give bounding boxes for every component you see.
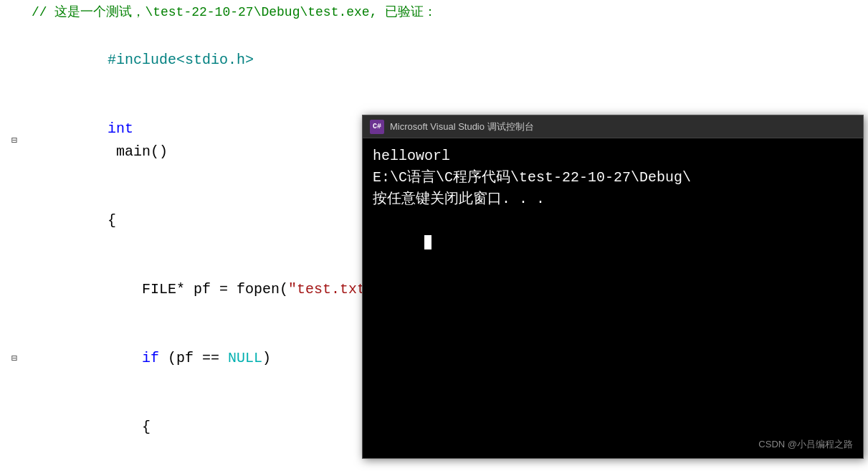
top-comment: // 这是一个测试，\test-22-10-27\Debug\test.exe,… <box>0 0 868 22</box>
keyword-if: if <box>142 350 159 366</box>
indent <box>108 419 142 435</box>
line-content: #include<stdio.h> <box>32 26 868 95</box>
console-output-2: E:\C语言\C程序代码\test-22-10-27\Debug\ <box>373 167 853 189</box>
code-text: ) <box>262 350 271 366</box>
vs-icon-text: C# <box>373 123 381 130</box>
console-body: helloworl E:\C语言\C程序代码\test-22-10-27\Deb… <box>363 138 863 458</box>
null-keyword: NULL <box>228 350 262 366</box>
console-cursor <box>424 235 431 249</box>
func-name: main() <box>108 143 168 160</box>
brace: { <box>108 212 116 229</box>
code-text: FILE* pf = fopen( <box>108 281 288 298</box>
console-footer: CSDN @小吕编程之路 <box>758 438 853 451</box>
preprocessor: #include<stdio.h> <box>108 52 254 68</box>
console-output-3: 按任意键关闭此窗口. . . <box>373 189 853 210</box>
console-titlebar: C# Microsoft Visual Studio 调试控制台 <box>363 115 863 138</box>
gutter: ⊟ <box>0 133 20 148</box>
debug-console[interactable]: C# Microsoft Visual Studio 调试控制台 hellowo… <box>362 115 864 459</box>
code-text: (pf == <box>159 350 228 366</box>
line-content: perror("fopen"); <box>32 462 868 471</box>
keyword-int: int <box>108 120 133 137</box>
indent <box>108 350 142 366</box>
code-line-perror: perror("fopen"); <box>0 462 868 471</box>
vs-icon: C# <box>370 120 384 134</box>
code-line-include: #include<stdio.h> <box>0 26 868 95</box>
gutter: ⊟ <box>0 351 20 366</box>
console-cursor-line <box>373 210 853 275</box>
console-output-1: helloworl <box>373 146 853 167</box>
console-title: Microsoft Visual Studio 调试控制台 <box>390 120 534 133</box>
brace: { <box>142 419 151 435</box>
